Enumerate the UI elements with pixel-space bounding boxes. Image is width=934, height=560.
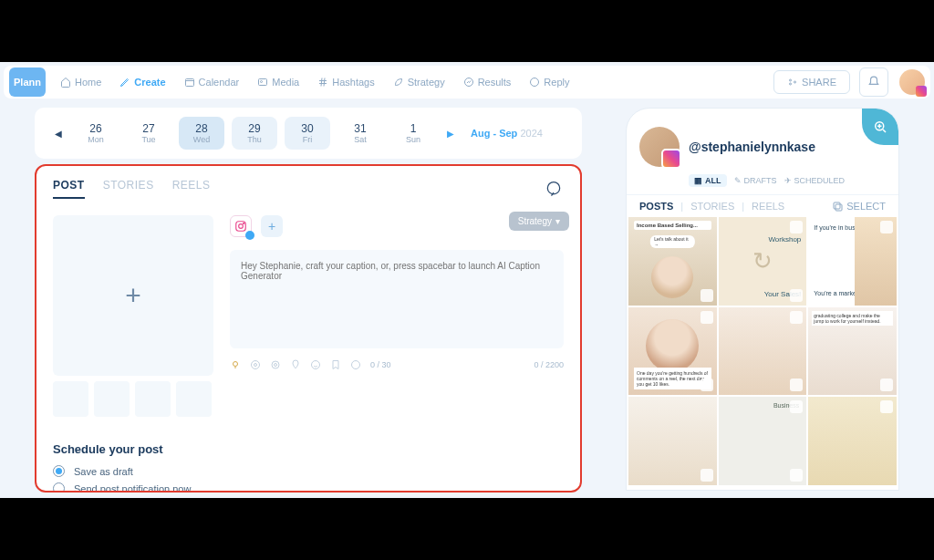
svg-point-4 — [531, 78, 539, 87]
svg-point-17 — [312, 361, 320, 369]
nav-create-label: Create — [134, 77, 165, 88]
profile-handle: @stephanielynnkase — [689, 140, 815, 154]
grid-post[interactable] — [719, 307, 807, 396]
lightbulb-icon[interactable] — [230, 359, 241, 370]
filter-drafts[interactable]: ✎DRAFTS — [734, 174, 777, 187]
media-slot[interactable] — [176, 381, 212, 417]
nav-media[interactable]: Media — [250, 73, 306, 91]
account-instagram[interactable] — [230, 215, 252, 237]
profile-avatar[interactable] — [639, 127, 680, 167]
caption-area: + Strategy▾ 0 / 30 0 / 2200 — [230, 215, 564, 417]
select-button[interactable]: SELECT — [832, 201, 886, 212]
svg-point-2 — [261, 81, 263, 83]
svg-point-6 — [790, 83, 792, 85]
reply-icon — [529, 77, 540, 88]
instagram-icon — [234, 220, 247, 233]
schedule-section: Schedule your post Save as draft Send po… — [53, 442, 564, 493]
add-media-button[interactable]: + — [53, 215, 213, 376]
share-label: SHARE — [802, 77, 836, 88]
chat-button[interactable] — [542, 177, 566, 201]
calendar-icon — [184, 77, 195, 88]
calendar-day[interactable]: 1Sun — [390, 117, 436, 150]
tab-stories[interactable]: STORIES — [103, 179, 154, 199]
calendar-range[interactable]: Aug - Sep 2024 — [471, 128, 543, 139]
grid-post[interactable]: graduating college and make the jump to … — [808, 307, 897, 396]
grid-post[interactable]: ↻WorkshopYour Sales! — [719, 217, 807, 306]
hashtag-sm-icon[interactable] — [350, 359, 361, 370]
schedule-option-draft[interactable]: Save as draft — [53, 465, 564, 477]
media-icon — [257, 77, 268, 88]
nav-media-label: Media — [272, 77, 299, 88]
pencil-icon — [119, 77, 130, 88]
emoji-icon[interactable] — [310, 359, 321, 370]
svg-point-8 — [547, 182, 559, 194]
svg-rect-20 — [834, 202, 840, 209]
add-account-button[interactable]: + — [261, 215, 283, 237]
hashtag-counter: 0 / 30 — [370, 360, 391, 369]
nav-strategy[interactable]: Strategy — [386, 73, 452, 91]
svg-point-13 — [252, 361, 260, 369]
media-slot[interactable] — [53, 381, 88, 417]
calendar-next-button[interactable]: ▶ — [443, 126, 458, 140]
preview-tab-stories[interactable]: STORIES — [690, 201, 734, 212]
at-icon[interactable] — [250, 359, 261, 370]
preview-tab-reels[interactable]: REELS — [752, 201, 784, 212]
filter-all[interactable]: ▦ALL — [689, 174, 727, 187]
grid-post[interactable]: Income Based Selling...Let's talk about … — [628, 217, 717, 306]
svg-point-12 — [234, 362, 238, 367]
composer-tabs: POST STORIES REELS — [53, 179, 564, 199]
notifications-button[interactable] — [859, 67, 888, 97]
chart-icon — [463, 77, 474, 88]
pin-icon[interactable] — [290, 359, 301, 370]
calendar-day-active[interactable]: 28Wed — [179, 117, 224, 150]
grid-post[interactable]: Business — [719, 397, 807, 485]
nav-home[interactable]: Home — [53, 73, 109, 91]
svg-point-15 — [272, 361, 279, 368]
svg-rect-0 — [185, 79, 193, 87]
brand-logo: Plann — [9, 67, 46, 97]
home-icon — [60, 77, 71, 88]
calendar-day[interactable]: 27Tue — [126, 117, 171, 150]
tab-reels[interactable]: REELS — [172, 179, 211, 199]
user-avatar[interactable] — [899, 69, 925, 95]
strategy-dropdown[interactable]: Strategy▾ — [509, 212, 569, 231]
nav-home-label: Home — [75, 77, 101, 88]
nav-results-label: Results — [478, 77, 512, 88]
tab-post[interactable]: POST — [53, 179, 85, 199]
select-icon — [832, 201, 843, 212]
grid-post[interactable]: One day you're getting hundreds of comme… — [628, 307, 717, 396]
svg-rect-1 — [259, 79, 267, 86]
nav-calendar[interactable]: Calendar — [177, 73, 247, 91]
grid-post[interactable]: If you're in businessYou're a marketer — [808, 217, 897, 306]
calendar-day[interactable]: 30Fri — [285, 117, 330, 150]
calendar-day[interactable]: 26Mon — [73, 117, 119, 150]
bookmark-icon[interactable] — [330, 359, 341, 370]
nav-hashtags-label: Hashtags — [332, 77, 374, 88]
grid-post[interactable] — [808, 397, 897, 485]
magnify-icon — [872, 119, 888, 135]
caption-input[interactable] — [230, 250, 564, 348]
svg-point-10 — [239, 224, 244, 229]
nav-results[interactable]: Results — [456, 73, 519, 91]
media-slot[interactable] — [135, 381, 171, 417]
target-icon[interactable] — [270, 359, 281, 370]
nav-reply[interactable]: Reply — [522, 73, 576, 91]
chevron-down-icon: ▾ — [555, 216, 560, 226]
post-composer: POST STORIES REELS + — [35, 164, 582, 493]
nav-hashtags[interactable]: Hashtags — [310, 73, 381, 91]
svg-point-18 — [352, 361, 360, 369]
calendar-prev-button[interactable]: ◀ — [51, 126, 66, 140]
caption-toolbar: 0 / 30 0 / 2200 — [230, 359, 564, 370]
media-slot[interactable] — [94, 381, 130, 417]
grid-post[interactable] — [628, 397, 717, 485]
nav-create[interactable]: Create — [112, 73, 172, 91]
schedule-option-notify[interactable]: Send post notification now — [53, 482, 564, 493]
rocket-icon — [393, 77, 404, 88]
svg-point-14 — [254, 364, 257, 367]
share-button[interactable]: SHARE — [773, 70, 850, 94]
filter-scheduled[interactable]: ✈SCHEDULED — [784, 174, 846, 187]
svg-rect-21 — [835, 204, 842, 211]
calendar-day[interactable]: 31Sat — [337, 117, 383, 150]
preview-tab-posts[interactable]: POSTS — [639, 201, 673, 212]
calendar-day[interactable]: 29Thu — [232, 117, 277, 150]
